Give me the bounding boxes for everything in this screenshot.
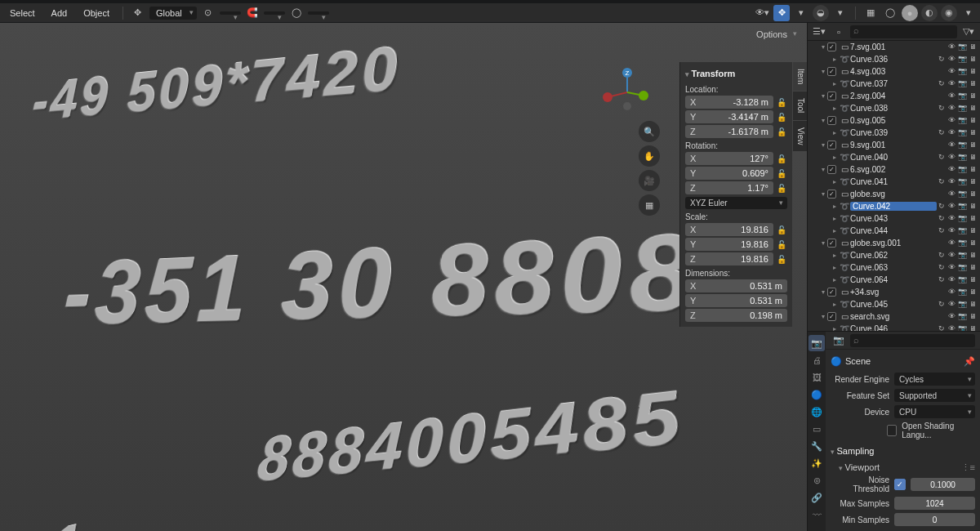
display-icon[interactable]: 🖥 [968, 165, 978, 175]
hide-viewport-icon[interactable]: 👁 [947, 67, 956, 77]
outliner-filter-icon[interactable]: ▽▾ [960, 24, 977, 40]
outliner-collection[interactable]: ✓▭search.svg👁📷🖥 [808, 310, 980, 323]
breadcrumb-scene[interactable]: Scene [845, 356, 960, 366]
disable-render-icon[interactable]: 📷 [957, 288, 967, 297]
hide-viewport-icon[interactable]: 👁 [947, 116, 956, 126]
object-name[interactable]: globe.svg [850, 190, 947, 199]
outliner-object[interactable]: ➰Curve.037↻👁📷🖥 [808, 78, 980, 90]
location-y-field[interactable]: Y-3.4147 m [685, 110, 773, 123]
disable-render-icon[interactable]: 📷 [957, 226, 967, 236]
display-icon[interactable]: 🖥 [968, 42, 978, 52]
hide-viewport-icon[interactable]: 👁 [947, 79, 956, 89]
reload-icon[interactable]: ↻ [937, 263, 947, 273]
pin-icon[interactable]: 📌 [964, 356, 975, 367]
3d-viewport[interactable]: -49 509*7420 -351 30 8808 8884005485 41 … [0, 23, 807, 531]
hide-viewport-icon[interactable]: 👁 [947, 324, 956, 332]
xray-toggle[interactable]: ▦ [862, 5, 879, 21]
location-x-field[interactable]: X-3.128 m [685, 96, 773, 109]
lock-icon[interactable]: 🔓 [776, 240, 787, 249]
collection-checkbox[interactable]: ✓ [827, 312, 836, 321]
reload-icon[interactable]: ↻ [937, 55, 947, 65]
outliner-collection[interactable]: ✓▭4.svg.003👁📷🖥 [808, 65, 980, 78]
disable-render-icon[interactable]: 📷 [957, 300, 967, 310]
object-name[interactable]: Curve.036 [850, 55, 937, 64]
reload-icon[interactable]: ↻ [937, 300, 947, 310]
disable-render-icon[interactable]: 📷 [957, 177, 967, 187]
overlay-dropdown-icon[interactable]: ▾ [832, 5, 849, 21]
outliner-object[interactable]: ➰Curve.045↻👁📷🖥 [808, 298, 980, 310]
lock-icon[interactable]: 🔓 [776, 225, 787, 234]
outliner-object[interactable]: ➰Curve.041↻👁📷🖥 [808, 176, 980, 188]
min-samples-field[interactable]: 0 [894, 513, 975, 526]
display-icon[interactable]: 🖥 [968, 214, 978, 224]
hide-viewport-icon[interactable]: 👁 [947, 263, 956, 273]
object-name[interactable]: Curve.042 [850, 202, 937, 211]
object-name[interactable]: 9.svg.001 [850, 141, 947, 149]
hide-viewport-icon[interactable]: 👁 [947, 91, 956, 101]
proportional-dropdown[interactable] [308, 11, 329, 15]
location-z-field[interactable]: Z-1.6178 m [685, 125, 773, 138]
lock-icon[interactable]: 🔓 [776, 184, 787, 193]
display-icon[interactable]: 🖥 [968, 263, 978, 273]
disable-render-icon[interactable]: 📷 [957, 312, 967, 322]
display-icon[interactable]: 🖥 [968, 202, 978, 212]
outliner-view-layer-icon[interactable]: ▫ [831, 24, 847, 40]
lock-icon[interactable]: 🔓 [776, 154, 787, 163]
transform-panel-header[interactable]: Transform [685, 65, 787, 82]
disable-render-icon[interactable]: 📷 [957, 202, 967, 212]
object-name[interactable]: Curve.046 [850, 324, 937, 331]
disable-render-icon[interactable]: 📷 [957, 141, 967, 150]
object-name[interactable]: Curve.039 [850, 128, 937, 137]
hide-viewport-icon[interactable]: 👁 [947, 104, 956, 114]
outliner-object[interactable]: ➰Curve.044↻👁📷🖥 [808, 225, 980, 237]
display-icon[interactable]: 🖥 [968, 104, 978, 114]
feature-set-dropdown[interactable]: Supported [894, 389, 975, 402]
outliner-object[interactable]: ➰Curve.039↻👁📷🖥 [808, 127, 980, 139]
reload-icon[interactable]: ↻ [937, 251, 947, 261]
outliner-display-mode-icon[interactable]: ☰▾ [811, 24, 827, 40]
tab-output[interactable]: 🖨 [808, 352, 825, 368]
reload-icon[interactable]: ↻ [937, 324, 947, 332]
snap-toggle[interactable]: 🧲 [244, 5, 261, 21]
scale-x-field[interactable]: X19.816 [685, 223, 773, 236]
tab-render[interactable]: 📷 [808, 335, 825, 351]
osl-checkbox[interactable] [887, 425, 897, 436]
display-icon[interactable]: 🖥 [968, 55, 978, 65]
disable-render-icon[interactable]: 📷 [957, 251, 967, 261]
outliner-collection[interactable]: ✓▭0.svg.005👁📷🖥 [808, 114, 980, 127]
disable-render-icon[interactable]: 📷 [957, 67, 967, 77]
tab-item[interactable]: Item [792, 62, 807, 91]
collection-checkbox[interactable]: ✓ [827, 91, 836, 100]
object-name[interactable]: Curve.062 [850, 251, 937, 260]
hide-viewport-icon[interactable]: 👁 [947, 165, 956, 175]
lock-icon[interactable]: 🔓 [776, 98, 787, 107]
collection-checkbox[interactable]: ✓ [827, 67, 836, 76]
tab-particles[interactable]: ✨ [808, 455, 825, 471]
tab-physics[interactable]: ⊚ [808, 472, 825, 489]
dim-z-field[interactable]: Z0.198 m [685, 309, 787, 322]
display-icon[interactable]: 🖥 [968, 312, 978, 322]
outliner-object[interactable]: ➰Curve.043↻👁📷🖥 [808, 212, 980, 225]
display-icon[interactable]: 🖥 [968, 67, 978, 77]
object-name[interactable]: Curve.044 [850, 226, 937, 235]
pivot-icon[interactable]: ⊙ [200, 5, 216, 21]
display-icon[interactable]: 🖥 [968, 79, 978, 89]
display-icon[interactable]: 🖥 [968, 288, 978, 297]
outliner-collection[interactable]: ✓▭globe.svg.001👁📷🖥 [808, 237, 980, 249]
navigation-gizmo[interactable]: Z [603, 68, 652, 117]
tab-world[interactable]: 🌐 [808, 404, 825, 420]
render-engine-dropdown[interactable]: Cycles [894, 373, 975, 386]
outliner-collection[interactable]: ✓▭2.svg.004👁📷🖥 [808, 90, 980, 102]
reload-icon[interactable]: ↻ [937, 128, 947, 138]
outliner-object[interactable]: ➰Curve.040↻👁📷🖥 [808, 151, 980, 163]
reload-icon[interactable]: ↻ [937, 177, 947, 187]
display-icon[interactable]: 🖥 [968, 128, 978, 138]
disable-render-icon[interactable]: 📷 [957, 275, 967, 285]
display-icon[interactable]: 🖥 [968, 239, 978, 248]
hide-viewport-icon[interactable]: 👁 [947, 177, 956, 187]
hide-viewport-icon[interactable]: 👁 [947, 239, 956, 248]
object-name[interactable]: Curve.063 [850, 263, 937, 272]
pan-icon[interactable]: ✋ [639, 145, 660, 167]
noise-threshold-checkbox[interactable]: ✓ [894, 479, 906, 490]
display-icon[interactable]: 🖥 [968, 116, 978, 126]
